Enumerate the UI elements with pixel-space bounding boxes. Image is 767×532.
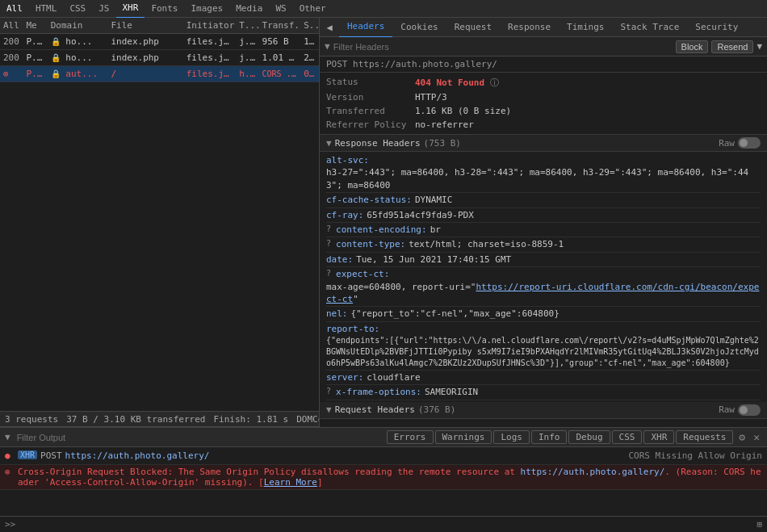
row1-type: j... [236,36,258,47]
nav-css[interactable]: CSS [63,0,92,18]
panel-collapse-icon[interactable]: ◀ [320,22,339,33]
request-list: 200 P... 🔒 ho... index.php files.js... j… [0,34,319,411]
console-tab-warnings[interactable]: Warnings [435,430,492,444]
console-tab-xhr[interactable]: XHR [643,430,674,444]
header-value: 65fd951a4cf9fda9-PDX [367,209,473,221]
console-input[interactable] [19,520,757,530]
dom-content: DOMCont [296,414,320,425]
col-header-transfer[interactable]: Transf... [259,20,301,31]
console-tab-errors[interactable]: Errors [387,430,434,444]
nav-fonts[interactable]: Fonts [145,0,184,18]
nav-ws[interactable]: WS [269,0,292,18]
nav-media[interactable]: Media [229,0,269,18]
header-row: nel: {"report_to":"cf-nel","max_age":604… [326,307,761,321]
col-header-domain[interactable]: Domain [48,20,108,31]
question-icon[interactable]: ? [326,224,331,236]
filter-headers-input[interactable] [333,42,676,52]
nav-js[interactable]: JS [92,0,115,18]
console-filter-icon: ▼ [5,432,10,442]
header-name: cf-cache-status: [326,194,412,206]
request-raw-toggle[interactable] [738,404,761,416]
nav-all[interactable]: All [0,0,29,18]
top-nav: All HTML CSS JS XHR Fonts Images Media W… [0,0,767,18]
left-panel: All Me Domain File Initiator T... Transf… [0,18,320,427]
block-button[interactable]: Block [676,40,709,53]
table-row[interactable]: 200 P... 🔒 ho... index.php files.js... j… [0,34,319,50]
nav-xhr[interactable]: XHR [116,0,145,19]
response-headers-section[interactable]: ▼ Response Headers (753 B) Raw [320,135,767,152]
header-value: h3-27=":443"; ma=86400, h3-28=":443"; ma… [326,166,761,191]
tab-security[interactable]: Security [687,18,746,37]
row1-file: index.php [107,36,182,47]
resend-dropdown-icon[interactable]: ▼ [757,41,762,52]
detail-tabs: ◀ Headers Cookies Request Response Timin… [320,18,767,37]
header-row: date: Tue, 15 Jun 2021 17:40:15 GMT [326,253,761,267]
col-header-status[interactable]: S... [300,20,319,31]
cancel-icon: ⊗ [3,69,9,79]
column-headers: All Me Domain File Initiator T... Transf… [0,18,319,34]
referrer-label: Referrer Policy [326,119,415,131]
header-name: cf-ray: [326,209,363,221]
console-tab-debug[interactable]: Debug [568,430,610,444]
row1-transfer: 956 B [259,36,301,47]
tab-headers[interactable]: Headers [339,18,392,38]
header-value: {"report_to":"cf-nel","max_age":604800} [351,308,560,320]
console-tab-requests[interactable]: Requests [676,430,733,444]
header-row: ? expect-ct: max-age=604800, report-uri=… [326,267,761,307]
row3-cancel-icon: ⊗ [0,69,23,79]
console-tab-logs[interactable]: Logs [493,430,530,444]
question-icon[interactable]: ? [326,386,331,398]
tab-request[interactable]: Request [446,18,500,37]
header-value: {"endpoints":[{"url":"https:\/\/a.nel.cl… [326,335,761,369]
row1-initiator: files.js... [183,36,236,47]
cors-error-url[interactable]: https://auth.photo.gallery/ [521,467,665,477]
filter-bar: ▼ Block Resend ▼ [320,37,767,57]
status-help-icon[interactable]: ⓘ [490,77,499,88]
console-error-icon: ● [5,450,18,461]
tab-stack-trace[interactable]: Stack Trace [612,18,687,37]
header-name: report-to: [326,323,379,335]
filter-icon: ▼ [325,41,330,52]
transferred-label: Transferred [326,105,415,117]
col-header-type[interactable]: T... [236,20,258,31]
resend-button[interactable]: Resend [711,40,753,53]
col-header-file[interactable]: File [107,20,182,31]
request-headers-section[interactable]: ▼ Request Headers (376 B) Raw [320,402,767,419]
nav-images[interactable]: Images [185,0,230,18]
console-row: ⊗ Cross-Origin Request Blocked: The Same… [0,465,767,490]
request-headers-size: (376 B) [418,404,455,415]
row2-method: P... [23,52,47,63]
main-area: All Me Domain File Initiator T... Transf… [0,18,767,427]
status-label: Status [326,76,415,90]
raw-toggle-switch[interactable] [738,137,761,149]
header-row: cf-cache-status: DYNAMIC [326,193,761,207]
close-icon[interactable]: ✕ [751,431,762,443]
tab-response[interactable]: Response [500,18,559,37]
learn-more-link[interactable]: Learn More [264,477,317,488]
table-row[interactable]: ⊗ P... 🔒 aut... / files.js... h... CORS … [0,66,319,82]
col-header-initiator[interactable]: Initiator [183,20,236,31]
table-row[interactable]: 200 P... 🔒 ho... index.php files.js... j… [0,50,319,66]
console-filter-input[interactable] [17,433,384,442]
question-icon[interactable]: ? [326,238,331,250]
row1-time: 1... [300,36,319,47]
summary-grid: Status 404 Not Found ⓘ Version HTTP/3 Tr… [320,73,767,135]
console-url[interactable]: https://auth.photo.gallery/ [65,450,210,461]
question-icon[interactable]: ? [326,268,331,280]
nav-other[interactable]: Other [293,0,333,18]
col-header-method[interactable]: Me [23,20,47,31]
lock-icon: 🔒 [51,37,61,46]
header-name: nel: [326,308,348,320]
tab-timings[interactable]: Timings [559,18,612,37]
row1-status: 200 [0,36,23,47]
expect-ct-link[interactable]: https://report-uri.cloudflare.com/cdn-cg… [326,282,759,304]
console-tab-css[interactable]: CSS [612,430,643,444]
console-input-right-icon[interactable]: ⊞ [757,519,762,530]
nav-html[interactable]: HTML [29,0,64,18]
gear-icon[interactable]: ⚙ [736,431,748,443]
request-count: 3 requests [5,414,58,425]
console-tab-info[interactable]: Info [531,430,568,444]
tab-cookies[interactable]: Cookies [392,18,446,37]
right-panel: ◀ Headers Cookies Request Response Timin… [320,18,767,427]
col-header-all[interactable]: All [0,20,23,31]
